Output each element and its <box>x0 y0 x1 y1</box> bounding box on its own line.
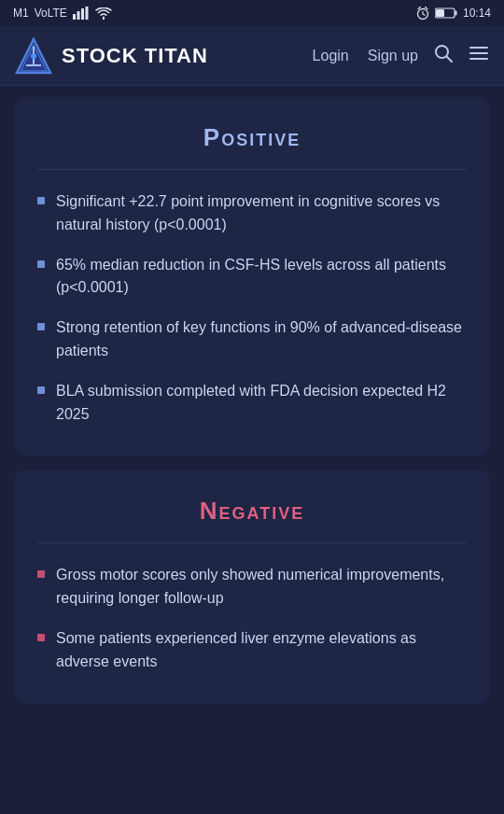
negative-divider <box>37 542 467 543</box>
negative-list: Gross motor scores only showed numerical… <box>37 564 467 673</box>
status-right: 10:14 <box>416 7 491 20</box>
negative-item-1: Gross motor scores only showed numerical… <box>56 564 467 610</box>
brand-logo-icon <box>15 37 52 75</box>
negative-item-2: Some patients experienced liver enzyme e… <box>56 627 467 674</box>
search-icon[interactable] <box>433 43 454 68</box>
svg-rect-2 <box>81 8 84 20</box>
wifi-icon <box>95 7 112 20</box>
list-item: BLA submission completed with FDA decisi… <box>37 380 467 427</box>
positive-title: Positive <box>37 123 467 152</box>
menu-icon[interactable] <box>469 43 489 68</box>
svg-point-12 <box>31 53 36 59</box>
svg-rect-6 <box>455 11 456 16</box>
svg-line-14 <box>447 57 453 63</box>
negative-title: Negative <box>37 497 467 526</box>
bullet-marker-icon <box>37 570 45 578</box>
nav-icons <box>433 43 489 68</box>
bullet-marker-icon <box>37 386 45 394</box>
svg-rect-0 <box>73 14 76 20</box>
positive-list: Significant +22.7 point improvement in c… <box>37 190 467 426</box>
positive-item-3: Strong retention of key functions in 90%… <box>56 316 467 363</box>
list-item: 65% median reduction in CSF-HS levels ac… <box>37 254 467 301</box>
bullet-marker-icon <box>37 260 45 268</box>
bullet-marker-icon <box>37 634 45 641</box>
svg-rect-1 <box>77 11 79 20</box>
alarm-icon <box>416 7 429 20</box>
battery-icon <box>435 7 457 19</box>
volte-label: VoLTE <box>35 7 67 20</box>
brand: STOCK TITAN <box>15 37 313 75</box>
bullet-marker-icon <box>37 323 45 330</box>
svg-rect-7 <box>436 9 444 17</box>
list-item: Some patients experienced liver enzyme e… <box>37 627 467 674</box>
main-content: Positive Significant +22.7 point improve… <box>0 86 504 741</box>
bullet-marker-icon <box>37 197 45 204</box>
carrier-label: M1 <box>13 7 29 20</box>
login-link[interactable]: Login <box>313 48 349 64</box>
positive-item-2: 65% median reduction in CSF-HS levels ac… <box>56 254 467 301</box>
nav-links: Login Sign up <box>313 48 418 64</box>
signup-link[interactable]: Sign up <box>368 48 418 64</box>
svg-rect-3 <box>85 7 88 20</box>
negative-section: Negative Gross motor scores only showed … <box>15 470 489 703</box>
time-label: 10:14 <box>463 7 491 20</box>
positive-item-1: Significant +22.7 point improvement in c… <box>56 190 467 237</box>
navbar: STOCK TITAN Login Sign up <box>0 26 504 86</box>
positive-item-4: BLA submission completed with FDA decisi… <box>56 380 467 427</box>
signal-icon <box>73 7 90 20</box>
list-item: Gross motor scores only showed numerical… <box>37 564 467 610</box>
status-left: M1 VoLTE <box>13 7 112 20</box>
list-item: Strong retention of key functions in 90%… <box>37 316 467 363</box>
brand-name: STOCK TITAN <box>62 44 208 68</box>
positive-section: Positive Significant +22.7 point improve… <box>15 97 489 456</box>
status-bar: M1 VoLTE 10:14 <box>0 0 504 26</box>
positive-divider <box>37 169 467 170</box>
list-item: Significant +22.7 point improvement in c… <box>37 190 467 237</box>
